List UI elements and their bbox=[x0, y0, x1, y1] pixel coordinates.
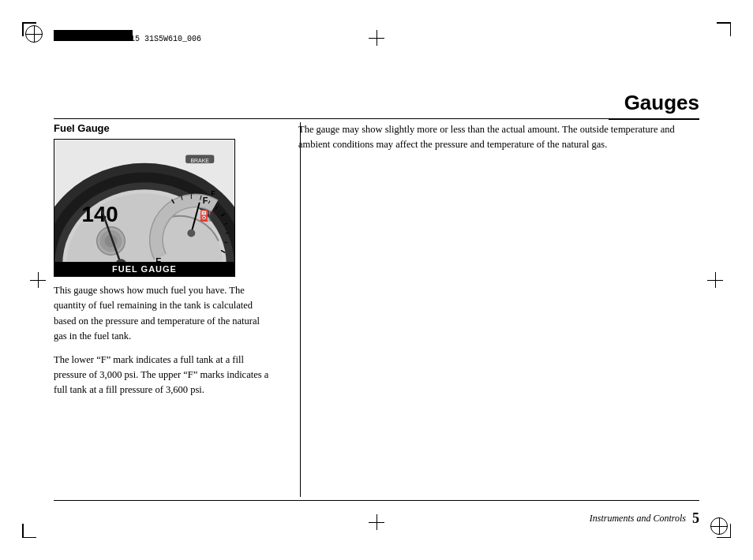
svg-text:140: 140 bbox=[82, 202, 118, 226]
description-text: This gauge shows how much fuel you have.… bbox=[54, 283, 275, 398]
svg-text:F: F bbox=[211, 189, 215, 197]
right-column: The gauge may show slightly more or less… bbox=[275, 122, 699, 497]
main-content: Fuel Gauge 140 BR bbox=[54, 122, 699, 497]
right-column-text: The gauge may show slightly more or less… bbox=[298, 122, 699, 153]
content-top-rule bbox=[54, 118, 699, 119]
svg-text:BRAKE: BRAKE bbox=[190, 158, 209, 163]
svg-point-27 bbox=[187, 230, 195, 237]
description-para-2: The lower “F” mark indicates a full tank… bbox=[54, 353, 275, 398]
footer-label: Instruments and Controls bbox=[590, 513, 686, 525]
footer: Instruments and Controls 5 bbox=[54, 510, 699, 527]
footer-page-number: 5 bbox=[692, 510, 699, 527]
left-column: Fuel Gauge 140 BR bbox=[54, 122, 275, 497]
crosshair-right bbox=[707, 272, 723, 288]
corner-mark-tr bbox=[715, 22, 731, 38]
crosshair-top bbox=[369, 30, 384, 46]
fuel-gauge-title: Fuel Gauge bbox=[54, 122, 275, 134]
description-para-1: This gauge shows how much fuel you have.… bbox=[54, 283, 275, 345]
content-bottom-rule bbox=[54, 500, 699, 501]
gauge-label: FUEL GAUGE bbox=[54, 262, 234, 276]
reg-circle-tl bbox=[25, 25, 43, 43]
gauge-svg: 140 BRAKE bbox=[54, 140, 234, 276]
svg-text:⛽: ⛽ bbox=[199, 209, 213, 222]
svg-text:F: F bbox=[203, 196, 208, 205]
crosshair-left bbox=[30, 272, 46, 288]
page-title: Gauges bbox=[609, 91, 699, 120]
timestamp: 01/07/31 16:19:15 31S5W610_006 bbox=[59, 35, 201, 43]
gauge-image: 140 BRAKE bbox=[54, 139, 235, 277]
reg-circle-br bbox=[710, 517, 728, 535]
corner-mark-bl bbox=[22, 522, 38, 538]
